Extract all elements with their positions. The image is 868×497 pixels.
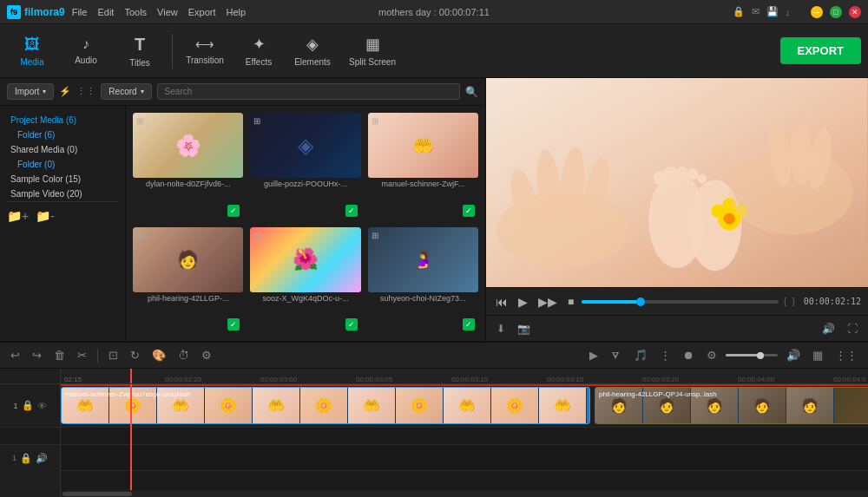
tl-divider-1 xyxy=(97,349,98,363)
tool-titles[interactable]: T Titles xyxy=(115,28,165,75)
media-item-2[interactable]: ◈ ⊞ ✓ guille-pozzi-POOUHx-... xyxy=(250,113,360,220)
close-button[interactable]: ✕ xyxy=(849,6,861,18)
title-bar-left: f9 filmora9 File Edit Tools View Export … xyxy=(7,5,246,19)
thumb-check-3: ✓ xyxy=(463,205,475,217)
sidebar-item-folder-0[interactable]: Folder (0) xyxy=(7,157,118,172)
speaker-icon[interactable]: 🔊 xyxy=(36,453,48,464)
svg-point-15 xyxy=(711,205,724,218)
media-item-3[interactable]: 🤲 ⊞ ✓ manuel-schinner-ZwjF... xyxy=(368,113,478,220)
toolbar-divider-1 xyxy=(172,34,173,69)
media-item-6[interactable]: 🤰 ⊞ ✓ suhyeon-choi-NIZeg73... xyxy=(368,227,478,335)
ruler-tick-7: 00:00:04:00 xyxy=(738,376,774,383)
timeline-scrollbar[interactable] xyxy=(61,490,868,497)
media-item-4[interactable]: 🧑 ⊞ ✓ phil-hearing-42LLGP-... xyxy=(133,227,243,335)
more-tl-button[interactable]: ⋮⋮ xyxy=(832,347,861,363)
redo-button[interactable]: ↪ xyxy=(29,347,45,363)
play-button[interactable]: ▶ xyxy=(516,295,530,309)
mark-tl-button[interactable]: ⛛ xyxy=(607,347,625,363)
audio-tl-button[interactable]: 🎵 xyxy=(630,347,651,363)
play-forward-button[interactable]: ▶▶ xyxy=(536,295,560,309)
tool-transition[interactable]: ⟷ Transition xyxy=(180,28,230,75)
crop-button[interactable]: ⊡ xyxy=(105,347,122,363)
window-controls: 🔒 ✉ 💾 ↓ ─ □ ✕ xyxy=(733,6,862,18)
thumb-label-2: guille-pozzi-POOUHx-... xyxy=(250,178,360,190)
ruler-playhead xyxy=(130,369,132,383)
timeline-content: 1 🔒 👁 1 🔒 🔊 02:15 00:00:02:20 00:00:03:0… xyxy=(0,369,868,497)
minimize-button[interactable]: ─ xyxy=(811,6,823,18)
grid-tl-button[interactable]: ▦ xyxy=(809,347,826,363)
tool-audio[interactable]: ♪ Audio xyxy=(61,28,111,75)
menu-view[interactable]: View xyxy=(157,7,178,17)
settings-tl-button[interactable]: ⚙ xyxy=(703,347,720,363)
media-item-1[interactable]: 🌸 ⊞ ✓ dylan-nolte-d0ZFjfvd6-... xyxy=(133,113,243,220)
mute-button[interactable]: 🔊 xyxy=(783,347,804,363)
adjust-button[interactable]: ⚙ xyxy=(198,347,215,363)
menu-help[interactable]: Help xyxy=(227,7,247,17)
logo-icon: f9 xyxy=(7,5,21,19)
clip-frame-11: 🤲 xyxy=(539,388,587,423)
clip-frame-7: 🤲 xyxy=(348,388,396,423)
preview-bottom-left: ⬇ 📷 xyxy=(493,321,534,337)
split-tl-button[interactable]: ⋮ xyxy=(656,347,674,363)
menu-file[interactable]: File xyxy=(72,7,88,17)
rotate-button[interactable]: ↻ xyxy=(127,347,143,363)
audio-track-number: 1 xyxy=(12,454,16,462)
svg-point-10 xyxy=(676,167,687,178)
timeline-area: ↩ ↪ 🗑 ✂ ⊡ ↻ 🎨 ⏱ ⚙ ▶ ⛛ 🎵 ⋮ ⏺ ⚙ 🔊 ▦ ⋮⋮ xyxy=(0,341,868,497)
progress-thumb xyxy=(636,298,645,306)
sample-video-label: Sample Video (20) xyxy=(10,189,82,199)
timeline-playhead[interactable] xyxy=(130,384,132,490)
menu-edit[interactable]: Edit xyxy=(97,7,114,17)
record-dropdown[interactable]: Record xyxy=(101,83,151,100)
preview-bottom: ⬇ 📷 🔊 ⛶ xyxy=(486,315,868,341)
record-tl-button[interactable]: ⏺ xyxy=(680,347,698,363)
tool-effects[interactable]: ✦ Effects xyxy=(233,28,284,75)
media-item-5[interactable]: 🌺 ⊞ ✓ sooz-X_WgK4qDOc-u-... xyxy=(250,227,360,335)
add-folder-icon[interactable]: 📁+ xyxy=(7,209,29,223)
tool-split-screen[interactable]: ▦ Split Screen xyxy=(341,28,404,75)
sidebar-item-folder[interactable]: Folder (6) xyxy=(7,128,118,142)
volume-icon[interactable]: 🔊 xyxy=(819,321,838,337)
play-tl-button[interactable]: ▶ xyxy=(586,347,602,363)
snapshot-icon[interactable]: 📷 xyxy=(514,321,534,337)
cut-button[interactable]: ✂ xyxy=(74,347,90,363)
tool-media[interactable]: 🖼 Media xyxy=(7,28,57,75)
remove-folder-icon[interactable]: 📁- xyxy=(36,209,55,223)
color-button[interactable]: 🎨 xyxy=(148,347,169,363)
search-input[interactable] xyxy=(157,83,460,100)
fullscreen-icon[interactable]: ⛶ xyxy=(844,321,861,337)
menu-tools[interactable]: Tools xyxy=(124,7,147,17)
clip-frame-9: 🤲 xyxy=(444,388,491,423)
toolbar: 🖼 Media ♪ Audio T Titles ⟷ Transition ✦ … xyxy=(0,24,868,78)
mail-icon: ✉ xyxy=(752,6,760,17)
clip-2-frame-4: 🧑 xyxy=(739,388,786,423)
import-dropdown[interactable]: Import xyxy=(7,83,54,100)
skip-back-button[interactable]: ⏮ xyxy=(493,295,510,309)
timeline-clip-2[interactable]: phil-hearing-42LLGP-QPJ4-unsp..lash 🧑 🧑 … xyxy=(595,387,868,424)
maximize-button[interactable]: □ xyxy=(830,6,842,18)
thumb-label-5: sooz-X_WgK4qDOc-u-... xyxy=(250,292,360,304)
scroll-thumb[interactable] xyxy=(62,492,132,496)
thumb-corner-icon-3: ⊞ xyxy=(372,116,378,126)
clock-button[interactable]: ⏱ xyxy=(174,347,193,363)
menu-export[interactable]: Export xyxy=(188,7,216,17)
lock-track-icon[interactable]: 🔒 xyxy=(22,400,34,411)
lock-audio-icon[interactable]: 🔒 xyxy=(20,453,32,464)
progress-bar[interactable] xyxy=(582,300,779,304)
import-to-timeline-icon[interactable]: ⬇ xyxy=(493,321,509,337)
download-icon: ↓ xyxy=(786,7,791,17)
sidebar-item-project-media[interactable]: Project Media (6) xyxy=(7,113,118,128)
sidebar-item-sample-color[interactable]: Sample Color (15) xyxy=(7,172,118,186)
tl-right-tools: ▶ ⛛ 🎵 ⋮ ⏺ ⚙ 🔊 ▦ ⋮⋮ xyxy=(586,347,861,363)
media-grid: 🌸 ⊞ ✓ dylan-nolte-d0ZFjfvd6-... ◈ ⊞ ✓ gu… xyxy=(126,106,485,341)
preview-video xyxy=(486,78,868,287)
sidebar-item-sample-video[interactable]: Sample Video (20) xyxy=(7,186,118,201)
eye-track-icon[interactable]: 👁 xyxy=(37,401,47,411)
export-button[interactable]: EXPORT xyxy=(780,37,861,64)
timeline-clip-1[interactable]: manuel-schinner-ZwjFuu7ebpk-unsplash 🤲 🌼… xyxy=(61,387,590,424)
delete-button[interactable]: 🗑 xyxy=(50,347,69,363)
sidebar-item-shared-media[interactable]: Shared Media (0) xyxy=(7,142,118,157)
tool-elements[interactable]: ◈ Elements xyxy=(287,28,338,75)
undo-button[interactable]: ↩ xyxy=(7,347,23,363)
stop-button[interactable]: ■ xyxy=(565,296,576,308)
